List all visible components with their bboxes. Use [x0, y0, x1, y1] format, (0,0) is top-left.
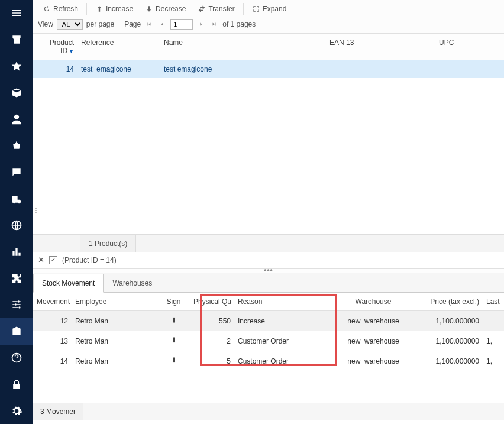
sidebar-modules[interactable] [0, 265, 33, 292]
sidebar-store[interactable] [0, 27, 33, 53]
vertical-splitter[interactable]: ⋮ [33, 209, 37, 211]
filter-text: (Product ID = 14) [62, 256, 117, 264]
page-input[interactable] [170, 19, 193, 30]
col-warehouse[interactable]: Warehouse [329, 296, 418, 307]
col-last[interactable]: Last [483, 296, 504, 307]
svg-point-3 [18, 307, 20, 309]
sidebar-localization[interactable] [0, 212, 33, 239]
sidebar-menu-toggle[interactable] [0, 0, 33, 27]
cell-sign [157, 336, 190, 346]
cell-reason: Customer Order [234, 337, 293, 345]
sidebar [0, 0, 33, 424]
help-icon [11, 352, 22, 364]
sidebar-catalog[interactable] [0, 79, 33, 106]
separator [86, 3, 87, 15]
view-label: View [38, 20, 53, 28]
sidebar-help[interactable] [0, 345, 33, 371]
grip-icon: ••• [264, 268, 273, 272]
sidebar-orders[interactable] [0, 132, 33, 159]
cell-employee: Retro Man [72, 357, 157, 365]
col-ean[interactable]: EAN 13 [326, 37, 435, 56]
col-reason[interactable]: Reason [234, 296, 293, 307]
cell-product-id: 14 [33, 64, 77, 75]
tab-stock-movement[interactable]: Stock Movement [33, 274, 104, 293]
first-icon [146, 21, 152, 27]
separator [243, 3, 244, 15]
transfer-label: Transfer [208, 5, 234, 13]
horizontal-splitter[interactable]: ••• [33, 268, 504, 273]
col-physical-qty[interactable]: Physical Qu [190, 296, 234, 307]
decrease-label: Decrease [156, 5, 186, 13]
col-product-id[interactable]: Product ID▼ [33, 37, 77, 56]
expand-label: Expand [263, 5, 287, 13]
close-filter-button[interactable]: ✕ [38, 255, 44, 264]
sidebar-favorites[interactable] [0, 53, 33, 80]
sidebar-admin[interactable] [0, 371, 33, 397]
cell-sign [157, 356, 190, 366]
cell-reason: Increase [234, 317, 293, 325]
next-page-button[interactable] [196, 20, 206, 29]
movement-row[interactable]: 12 Retro Man 550 Increase new_warehouse … [33, 311, 504, 331]
sidebar-stats[interactable] [0, 238, 33, 265]
col-reference[interactable]: Reference [77, 37, 160, 56]
movements-grid-footer: 3 Movemer [33, 403, 504, 420]
sidebar-customers[interactable] [0, 106, 33, 132]
movement-row[interactable]: 14 Retro Man 5 Customer Order new_wareho… [33, 351, 504, 371]
cell-movement-id: 12 [33, 317, 72, 325]
col-sign[interactable]: Sign [157, 296, 190, 307]
sidebar-preferences[interactable] [0, 292, 33, 318]
cell-movement-id: 13 [33, 337, 72, 345]
decrease-button[interactable]: Decrease [140, 2, 190, 15]
chat-icon [11, 166, 22, 178]
refresh-button[interactable]: Refresh [38, 2, 83, 15]
last-page-button[interactable] [209, 20, 219, 29]
filter-enabled-checkbox[interactable]: ✓ [49, 256, 57, 264]
cell-warehouse: new_warehouse [329, 357, 418, 365]
person-icon [11, 114, 22, 125]
svg-point-2 [15, 304, 17, 306]
store-icon [11, 34, 22, 46]
cell-qty: 2 [190, 337, 234, 345]
sidebar-messages[interactable] [0, 159, 33, 186]
sidebar-stock[interactable] [0, 318, 33, 345]
movements-grid-body: 12 Retro Man 550 Increase new_warehouse … [33, 311, 504, 403]
col-name[interactable]: Name [160, 37, 326, 56]
main-area: Refresh Increase Decrease Transfer Expan… [33, 0, 504, 424]
arrow-down-icon [145, 5, 153, 13]
sidebar-shipping[interactable] [0, 186, 33, 212]
cell-price: 1,100.000000 [418, 317, 483, 325]
movement-row[interactable]: 13 Retro Man 2 Customer Order new_wareho… [33, 331, 504, 351]
svg-point-1 [18, 301, 20, 303]
cell-reason: Customer Order [234, 357, 293, 365]
arrow-down-icon [170, 356, 177, 366]
cell-warehouse: new_warehouse [329, 317, 418, 325]
col-employee[interactable]: Employee [72, 296, 157, 307]
globe-icon [11, 219, 22, 231]
prev-icon [159, 21, 165, 27]
products-count-label: 1 Product(s) [80, 235, 136, 252]
product-row[interactable]: 14 test_emagicone test emagicone [33, 60, 504, 78]
prev-page-button[interactable] [157, 20, 167, 29]
sort-indicator-icon: ▼ [69, 48, 74, 54]
movements-count-label: 3 Movemer [33, 403, 83, 420]
box-icon [11, 87, 22, 99]
next-icon [198, 21, 204, 27]
of-pages-label: of 1 pages [222, 20, 256, 28]
inventory-icon [11, 325, 22, 337]
col-upc[interactable]: UPC [435, 37, 504, 56]
increase-button[interactable]: Increase [91, 2, 138, 15]
separator [119, 20, 119, 29]
col-price[interactable]: Price (tax excl.) [418, 296, 483, 307]
truck-icon [11, 193, 22, 205]
per-page-select[interactable]: ALL [57, 19, 83, 30]
expand-icon [252, 5, 260, 13]
products-grid-footer: 1 Product(s) [33, 235, 504, 252]
col-movement-id[interactable]: Movement I [33, 296, 72, 307]
transfer-button[interactable]: Transfer [193, 2, 239, 15]
cell-name: test emagicone [160, 64, 326, 75]
products-grid-header: Product ID▼ Reference Name EAN 13 UPC [33, 34, 504, 60]
sidebar-settings[interactable] [0, 397, 33, 424]
first-page-button[interactable] [144, 20, 154, 29]
expand-button[interactable]: Expand [247, 2, 292, 15]
tab-warehouses[interactable]: Warehouses [104, 274, 161, 293]
